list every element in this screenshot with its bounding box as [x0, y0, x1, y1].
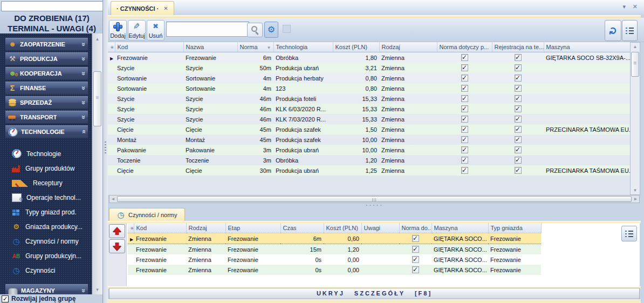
checkbox[interactable]: ✓ — [515, 75, 522, 82]
checkbox[interactable]: ✓ — [461, 136, 468, 143]
column-header[interactable]: Maszyna — [544, 42, 630, 52]
checkbox[interactable]: ✓ — [461, 85, 468, 92]
delete-button[interactable]: ✖ Usuń — [147, 20, 165, 41]
column-header[interactable]: Czas — [280, 223, 324, 233]
column-header[interactable]: Rejestracja na te... — [492, 42, 544, 52]
table-row[interactable]: SzycieSzycie46mKLK 6/03/2020 R...15,33Zm… — [108, 104, 630, 114]
checkbox[interactable]: ✓ — [515, 126, 522, 133]
table-row[interactable]: CięcieCięcie30mProdukcja ubrań1,25Zmienn… — [108, 165, 630, 176]
checkbox[interactable]: ✓ — [461, 167, 468, 174]
sidebar-group-magazyny[interactable]: MAGAZYNY» — [5, 284, 88, 294]
table-row[interactable]: SortowanieSortowanie4mProdukcja herbaty0… — [108, 73, 630, 83]
table-row[interactable]: FrezowanieZmiennaFrezowanie0s0,00✓GIĘTAR… — [128, 265, 541, 275]
checkbox[interactable]: ✓ — [515, 54, 522, 61]
column-header[interactable]: Etap — [225, 223, 280, 233]
sidebar-item-typy-gniazd-prod[interactable]: Typy gniazd prod. — [0, 205, 92, 219]
table-row[interactable]: SortowanieSortowanie4m1230,80Zmienna✓✓ — [108, 83, 630, 93]
checkbox[interactable]: ✓ — [412, 266, 419, 273]
panel-splitter[interactable]: ····· — [108, 204, 641, 208]
scrollbar-thumb[interactable]: ≡ — [631, 52, 639, 77]
activities-table[interactable]: KodNazwaNorma▼TechnologiaKoszt (PLN)Rodz… — [108, 42, 631, 176]
scrollbar-thumb[interactable]: ≡ — [93, 71, 101, 126]
column-header[interactable]: Typ gniazda — [488, 223, 541, 233]
search-button[interactable] — [247, 23, 263, 37]
sidebar-group-transport[interactable]: TRANSPORT» — [5, 111, 88, 124]
search-settings-button[interactable]: ⚙ — [264, 22, 278, 38]
column-header[interactable]: Norma▼ — [237, 42, 273, 52]
column-header[interactable]: Nazwa — [183, 42, 237, 52]
sidebar-group-finanse[interactable]: FINANSE» — [5, 82, 88, 95]
scroll-up-icon[interactable]: ▲ — [631, 44, 640, 49]
column-header[interactable]: Uwagi — [361, 223, 399, 233]
checkbox[interactable]: ✓ — [515, 95, 522, 102]
checkbox[interactable]: ✓ — [515, 167, 522, 174]
checkbox[interactable]: ✓ — [461, 105, 468, 112]
scroll-up-icon[interactable]: ▲ — [92, 37, 102, 42]
column-header[interactable]: Koszt (PLN) — [333, 42, 379, 52]
table-row[interactable]: FrezowanieZmiennaFrezowanie6m0,60✓GIĘTAR… — [128, 233, 541, 244]
checkbox[interactable]: ✓ — [515, 146, 522, 153]
checkbox[interactable]: ✓ — [461, 75, 468, 82]
column-header[interactable]: Technologia — [273, 42, 333, 52]
column-header[interactable]: Norma dotyczy p... — [437, 42, 492, 52]
hide-details-button[interactable]: UKRYJ SZCZEGÓŁY [F8] — [109, 288, 640, 299]
column-header[interactable]: Kod — [134, 223, 186, 233]
checkbox[interactable]: ✓ — [2, 295, 9, 302]
checkbox[interactable]: ✓ — [461, 157, 468, 164]
checkbox[interactable]: ✓ — [461, 146, 468, 153]
checkbox[interactable]: ✓ — [461, 126, 468, 133]
sidebar-item-czynnosci-normy[interactable]: Czynności / normy — [0, 234, 92, 248]
sidebar-item-gniazda-produkcyjne[interactable]: Gniazda produkcy... — [0, 219, 92, 234]
column-header[interactable]: Maszyna — [431, 223, 488, 233]
sidebar-search-input[interactable] — [1, 1, 105, 11]
expand-one-group-row[interactable]: ✓ Rozwijaj jedną grupę — [0, 294, 102, 303]
todo-banner[interactable]: DO ZROBIENIA (17) — [0, 14, 104, 23]
tab-close-icon[interactable]: ✕ — [163, 5, 168, 11]
table-row[interactable]: MontażMontaż45mProdukcja szafek10,00Zmie… — [108, 134, 630, 145]
checkbox[interactable]: ✓ — [461, 54, 468, 61]
column-header[interactable]: Rodzaj — [186, 223, 225, 233]
details-column-chooser-button[interactable] — [621, 226, 637, 241]
vertical-scrollbar[interactable]: ▲ ≡ ▼ — [630, 42, 640, 195]
tab-czynnosci[interactable]: · CZYNNOŚCI · ✕ — [111, 1, 174, 15]
sidebar-item-receptury[interactable]: Receptury — [0, 176, 92, 190]
refresh-button[interactable]: ↻ — [605, 20, 621, 41]
move-down-button[interactable] — [109, 239, 125, 253]
column-header[interactable]: Koszt (PLN) — [324, 223, 361, 233]
sidebar-group-kooperacja[interactable]: KOOPERACJA» — [5, 67, 88, 80]
table-row[interactable]: CięcieCięcie45mProdukcja szafek1,50Zmien… — [108, 124, 630, 134]
sidebar-group-technologie[interactable]: TECHNOLOGIE» — [5, 125, 88, 138]
table-row[interactable]: SzycieSzycie46mProdukcja foteli15,33Zmie… — [108, 93, 630, 104]
checkbox[interactable]: ✓ — [412, 256, 419, 263]
scroll-down-icon[interactable]: ▼ — [92, 287, 102, 292]
sidebar-group-zaopatrzenie[interactable]: ZAOPATRZENIE» — [5, 38, 88, 51]
sidebar-scrollbar[interactable]: ▲ ≡ ▼ — [92, 33, 102, 294]
table-row[interactable]: PakowaniePakowanie3mProdukcja ubrań10,00… — [108, 145, 630, 155]
sidebar-group-sprzedaz[interactable]: SPRZEDAŻ» — [5, 96, 88, 109]
table-row[interactable]: SzycieSzycie46mKLK 7/03/2020 R...15,33Zm… — [108, 114, 630, 124]
checkbox[interactable]: ✓ — [461, 64, 468, 71]
checkbox[interactable]: ✓ — [515, 105, 522, 112]
search-input[interactable] — [166, 22, 249, 37]
checkbox[interactable]: ✓ — [515, 157, 522, 164]
scroll-right-icon[interactable]: ► — [632, 196, 639, 203]
move-up-button[interactable] — [109, 224, 125, 238]
norms-table[interactable]: KodRodzajEtapCzasKoszt (PLN)UwagiNorma d… — [128, 223, 542, 275]
tab-list-dropdown-icon[interactable]: ▾ — [622, 3, 626, 10]
checkbox[interactable]: ✓ — [461, 116, 468, 123]
checkbox[interactable]: ✓ — [412, 235, 419, 242]
column-header[interactable]: Norma do... — [399, 223, 431, 233]
column-header[interactable]: Rodzaj — [379, 42, 437, 52]
column-chooser-button[interactable] — [622, 20, 638, 41]
sidebar-item-czynnosci[interactable]: Czynności — [0, 263, 92, 278]
checkbox[interactable]: ✓ — [412, 246, 419, 253]
checkbox[interactable]: ✓ — [515, 64, 522, 71]
checkbox[interactable]: ✓ — [461, 95, 468, 102]
add-button[interactable]: Dodaj — [109, 20, 127, 41]
tab-czynnosci-normy[interactable]: Czynności / normy — [109, 208, 185, 221]
sidebar-item-technologie[interactable]: Technologie — [0, 146, 92, 161]
table-row[interactable]: FrezowanieFrezowanie6mObróbka1,80Zmienna… — [108, 52, 630, 63]
table-row[interactable]: ToczenieToczenie3mObróbka1,20Zmienna✓✓ — [108, 155, 630, 165]
close-icon[interactable]: ✕ — [633, 3, 638, 10]
sidebar-group-produkcja[interactable]: PRODUKCJA» — [5, 52, 88, 65]
